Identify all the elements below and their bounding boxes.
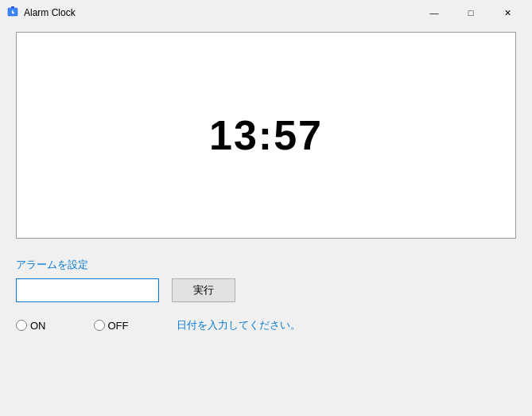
svg-rect-1 xyxy=(11,6,14,8)
maximize-button[interactable]: □ xyxy=(452,0,489,25)
alarm-input[interactable] xyxy=(16,278,159,302)
alarm-label: アラームを設定 xyxy=(16,258,516,272)
app-window: Alarm Clock — □ ✕ 13:57 アラームを設定 実行 ON xyxy=(0,0,532,416)
off-radio-group: OFF xyxy=(94,320,129,332)
title-bar: Alarm Clock — □ ✕ xyxy=(0,0,532,25)
alarm-input-row: 実行 xyxy=(16,278,516,302)
alarm-options-row: ON OFF 日付を入力してください。 xyxy=(16,318,516,332)
alarm-section: アラームを設定 実行 ON OFF 日付を入力してください。 xyxy=(16,258,516,332)
off-label[interactable]: OFF xyxy=(108,320,129,332)
close-button[interactable]: ✕ xyxy=(489,0,526,25)
run-button[interactable]: 実行 xyxy=(172,278,235,302)
off-radio[interactable] xyxy=(94,320,105,331)
clock-display: 13:57 xyxy=(16,32,516,239)
on-radio[interactable] xyxy=(16,320,27,331)
on-label[interactable]: ON xyxy=(30,320,46,332)
minimize-button[interactable]: — xyxy=(416,0,452,25)
clock-time: 13:57 xyxy=(209,111,323,159)
main-content: 13:57 アラームを設定 実行 ON OFF 日付を入力してください。 xyxy=(0,25,532,416)
on-radio-group: ON xyxy=(16,320,46,332)
svg-rect-3 xyxy=(12,13,14,14)
date-prompt: 日付を入力してください。 xyxy=(177,318,301,332)
window-controls: — □ ✕ xyxy=(416,0,526,25)
window-title: Alarm Clock xyxy=(24,7,416,18)
app-icon xyxy=(6,6,19,19)
